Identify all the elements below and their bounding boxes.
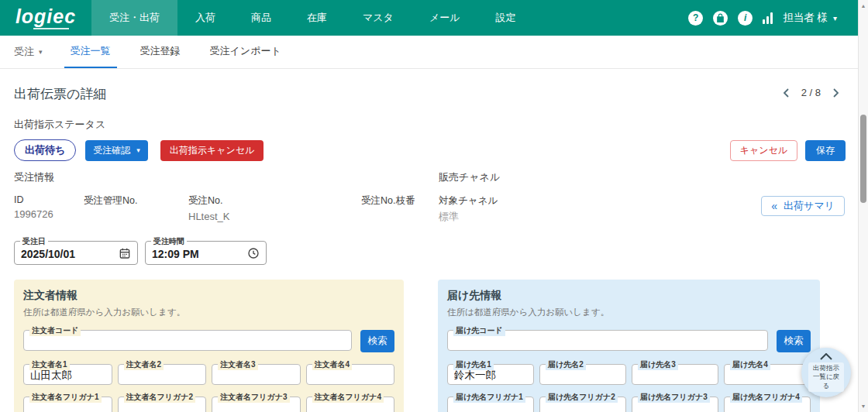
orderer-heading: 注文者情報 [23,289,394,303]
chevron-right-icon [833,88,839,98]
status-badge[interactable]: 出荷待ち [14,139,76,161]
destination-name4-label: 届け先名4 [730,359,770,370]
destination-note: 住所は都道府県から入力お願いします。 [447,307,811,318]
nav-item-inbound[interactable]: 入荷 [177,0,233,36]
nav-item-inventory[interactable]: 在庫 [289,0,345,36]
destination-kana3-field: 届け先名フリガナ3 [632,397,718,412]
logo-text: logiec [16,7,76,26]
order-datetime-row: 受注日 受注時間 [14,241,868,265]
tab-order-list[interactable]: 受注一覧 [64,36,117,68]
chevron-down-icon: ▾ [136,146,140,154]
destination-name3-field: 届け先名3 [632,364,718,385]
back-to-shipping-list-button[interactable]: 出荷指示一覧に戻る [801,348,851,397]
order-info-section: 受注情報 ID 1996726 受注管理No. 受注No. HLtest_K [14,170,439,224]
order-date-field: 受注日 [14,241,138,265]
chevron-down-icon: ▾ [39,48,43,56]
stats-icon[interactable] [763,12,773,24]
sales-channel-heading: 販売チャネル [439,170,845,184]
orders-dropdown-label: 受注 [14,45,34,59]
scroll-down-arrow-icon[interactable]: ▼ [859,403,868,409]
order-date-label: 受注日 [20,236,48,247]
bag-icon[interactable] [713,11,728,26]
nav-item-settings[interactable]: 設定 [478,0,534,36]
shipping-summary-label: 出荷サマリ [784,199,835,213]
destination-kana4-label: 届け先名フリガナ4 [730,392,802,403]
destination-name-row: 届け先名1 届け先名2 届け先名3 届け先名4 [447,364,811,385]
scroll-up-arrow-icon[interactable]: ▲ [859,3,868,9]
orderer-name3-field: 注文者名3 [212,364,301,385]
orderer-name4-field: 注文者名4 [306,364,395,385]
next-page-button[interactable] [833,88,839,98]
orderer-panel: 注文者情報 住所は都道府県から入力お願いします。 注文者コード 検索 注文者名1 [14,280,404,412]
tab-order-import[interactable]: 受注インポート [204,36,288,68]
orderer-code-field: 注文者コード [23,330,352,351]
orderer-kana3-label: 注文者名フリガナ3 [218,392,290,403]
destination-name1-field: 届け先名1 [447,364,534,385]
orders-dropdown[interactable]: 受注 ▾ [14,36,43,68]
orderer-code-row: 注文者コード 検索 [23,330,394,352]
orderer-code-search-button[interactable]: 検索 [360,330,394,352]
address-panels: 注文者情報 住所は都道府県から入力お願いします。 注文者コード 検索 注文者名1 [14,280,868,412]
branch-no-label: 受注No.枝番 [361,194,439,208]
destination-name2-field: 届け先名2 [539,364,626,385]
orderer-name3-label: 注文者名3 [218,359,258,370]
orderer-kana-row: 注文者名フリガナ1 注文者名フリガナ2 注文者名フリガナ3 注文者名フリガナ4 [23,397,394,412]
order-id-value: 1996726 [14,208,84,220]
destination-panel: 届け先情報 住所は都道府県から入力お願いします。 届け先コード 検索 届け先名1 [438,280,820,412]
destination-kana2-label: 届け先名フリガナ2 [546,392,618,403]
user-name: 担当者 様 [783,11,828,25]
status-action-row: 出荷待ち 受注確認 ▾ 出荷指示キャンセル キャンセル 保存 [14,139,846,161]
help-icon[interactable]: ? [688,11,703,26]
orderer-kana3-field: 注文者名フリガナ3 [212,397,301,412]
orderer-kana1-field: 注文者名フリガナ1 [23,397,112,412]
nav-item-master[interactable]: マスタ [345,0,412,36]
bag-glyph [715,13,725,23]
shipping-summary-button[interactable]: « 出荷サマリ [761,196,845,216]
status-section-label: 出荷指示ステータス [14,118,868,132]
order-confirm-button[interactable]: 受注確認 ▾ [85,140,148,161]
orderer-kana1-label: 注文者名フリガナ1 [29,392,102,403]
logiec-logo[interactable]: logiec [0,0,91,36]
destination-code-search-button[interactable]: 検索 [777,330,811,352]
orderer-kana2-label: 注文者名フリガナ2 [124,392,196,403]
nav-item-orders-shipping[interactable]: 受注・出荷 [91,0,177,36]
calendar-icon[interactable] [119,247,131,259]
order-no-column: 受注No. HLtest_K [188,194,361,222]
order-info-row: 受注情報 ID 1996726 受注管理No. 受注No. HLtest_K [14,170,845,224]
prev-page-button[interactable] [783,88,789,98]
orderer-name4-label: 注文者名4 [312,359,353,370]
orderer-name2-field: 注文者名2 [118,364,207,385]
orderer-note: 住所は都道府県から入力お願いします。 [23,307,394,318]
destination-code-row: 届け先コード 検索 [447,330,811,352]
destination-kana3-label: 届け先名フリガナ3 [638,392,710,403]
user-menu[interactable]: 担当者 様 ▾ [783,11,837,25]
tab-order-register[interactable]: 受注登録 [134,36,187,68]
mgmt-no-label: 受注管理No. [84,194,188,208]
branch-no-column: 受注No.枝番 [361,194,439,222]
destination-code-field: 届け先コード [447,330,768,351]
shipping-cancel-button[interactable]: 出荷指示キャンセル [160,140,264,161]
nav-item-mail[interactable]: メール [412,0,478,36]
vertical-scrollbar: ▲ ▼ [858,0,868,412]
back-to-shipping-list-label: 出荷指示一覧に戻る [808,362,844,391]
order-info-columns: ID 1996726 受注管理No. 受注No. HLtest_K 受注No.枝… [14,194,439,222]
destination-kana1-label: 届け先名フリガナ1 [453,392,525,403]
app-header: logiec 受注・出荷 入荷 商品 在庫 マスタ メール 設定 ? i 担当者… [0,0,868,36]
order-time-label: 受注時間 [151,236,187,247]
destination-name1-label: 届け先名1 [453,359,494,370]
nav-item-products[interactable]: 商品 [233,0,289,36]
scrollbar-thumb[interactable] [860,115,866,203]
double-chevron-left-icon: « [771,201,777,211]
save-button[interactable]: 保存 [805,140,846,161]
clock-icon[interactable] [247,247,260,259]
destination-kana2-field: 届け先名フリガナ2 [539,397,626,412]
orderer-name1-field: 注文者名1 [23,364,112,385]
header-actions: ? i 担当者 様 ▾ [688,0,868,36]
page-indicator: 2 / 8 [801,87,821,98]
chevron-down-icon: ▾ [833,14,837,22]
cancel-button[interactable]: キャンセル [730,140,797,161]
main-nav: 受注・出荷 入荷 商品 在庫 マスタ メール 設定 [91,0,534,36]
orderer-name2-label: 注文者名2 [124,359,164,370]
info-icon[interactable]: i [738,11,753,26]
orderer-kana2-field: 注文者名フリガナ2 [118,397,207,412]
